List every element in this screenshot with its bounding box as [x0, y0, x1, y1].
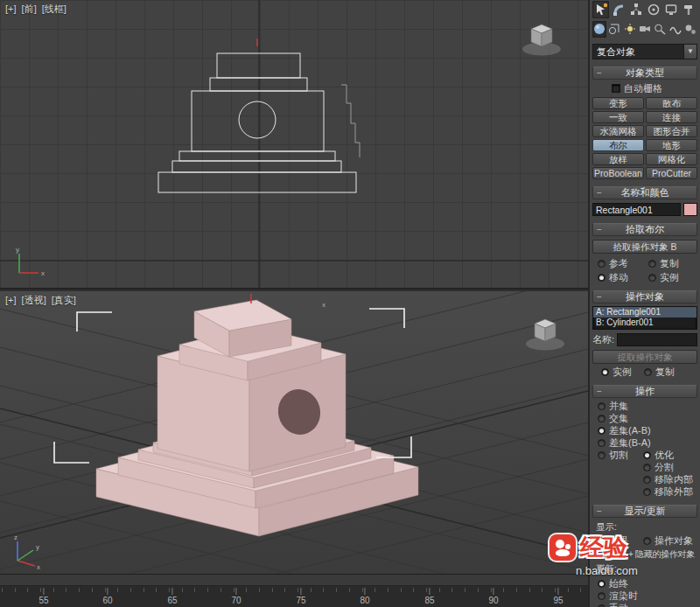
subtract-ab-radio[interactable]: 差集(A-B) [598, 425, 697, 436]
operation-group-header[interactable]: − 操作 [592, 385, 697, 398]
subtract-ba-radio[interactable]: 差集(B-A) [598, 437, 697, 449]
boolean-object-wireframe[interactable] [158, 53, 356, 192]
operand-a-item[interactable]: A: Rectangle001 [593, 307, 696, 317]
modify-tab[interactable] [610, 1, 626, 18]
manual-radio[interactable]: 手动 [598, 603, 697, 607]
time-slider-track[interactable] [0, 575, 588, 586]
geometry-category-icon[interactable] [592, 21, 606, 38]
when-rendering-radio[interactable]: 渲染时 [598, 590, 697, 602]
display-tab[interactable] [663, 1, 680, 18]
ruler-tick: 85 [424, 588, 434, 605]
group-title: 操作 [635, 386, 654, 396]
svg-text:x: x [41, 269, 45, 277]
extract-copy-radio[interactable]: 复制 [644, 366, 675, 378]
copy-radio[interactable]: 复制 [648, 258, 697, 269]
mesher-button[interactable]: 网格化 [646, 153, 697, 165]
max-window: [+] [前] [线框] [0, 0, 700, 607]
proboolean-button[interactable]: ProBoolean [592, 167, 644, 179]
watermark: 经验 n.baidu.com [550, 532, 700, 577]
create-category-row [592, 19, 697, 38]
command-panel-tabs [592, 0, 697, 19]
viewport-shading-menu[interactable]: [线框] [42, 3, 66, 14]
viewport-menu-button[interactable]: [+] [5, 3, 17, 14]
shapemerge-button[interactable]: 图形合并 [646, 125, 697, 137]
morph-button[interactable]: 变形 [592, 97, 644, 109]
intersection-radio[interactable]: 交集 [598, 413, 697, 424]
terrain-button[interactable]: 地形 [646, 139, 697, 151]
pick-operand-b-button[interactable]: 拾取操作对象 B [592, 240, 697, 254]
object-name-field[interactable] [592, 203, 681, 216]
operands-group-header[interactable]: − 操作对象 [592, 290, 697, 304]
viewport-view-menu[interactable]: [前] [22, 3, 37, 14]
extract-operand-button[interactable]: 提取操作对象 [592, 350, 697, 364]
union-radio[interactable]: 并集 [598, 401, 697, 412]
move-radio[interactable]: 移动 [598, 272, 648, 283]
svg-text:x: x [37, 563, 40, 571]
rollout-name-color[interactable]: − 名称和颜色 [592, 186, 697, 199]
track-bar[interactable]: 55 60 65 70 75 80 85 90 95 [0, 574, 588, 607]
cut-radio[interactable]: 切割 [598, 450, 643, 461]
utilities-tab[interactable] [681, 1, 697, 18]
cameras-category-icon[interactable] [638, 21, 652, 38]
loft-button[interactable]: 放样 [592, 153, 644, 165]
remove-inside-radio[interactable]: 移除内部 [643, 474, 697, 485]
lights-category-icon[interactable] [623, 21, 637, 38]
remove-outside-radio[interactable]: 移除外部 [643, 486, 697, 498]
refine-radio[interactable]: 优化 [643, 450, 674, 461]
blobmesh-button[interactable]: 水滴网格 [592, 125, 644, 137]
create-tab[interactable] [592, 1, 609, 18]
split-radio[interactable]: 分割 [643, 462, 697, 473]
perspective-canvas: x z x y [0, 291, 588, 574]
scatter-button[interactable]: 散布 [646, 97, 697, 109]
operand-name-label: 名称: [592, 333, 614, 346]
operand-name-field[interactable] [617, 333, 697, 346]
extract-instance-radio[interactable]: 实例 [601, 366, 632, 378]
viewport-view-menu[interactable]: [透视] [22, 295, 46, 305]
boolean-model[interactable] [96, 300, 418, 536]
reference-radio[interactable]: 参考 [598, 258, 648, 269]
viewcube[interactable] [522, 24, 561, 56]
collapse-icon: − [597, 386, 602, 397]
ruler-minor-ticks [2, 588, 588, 592]
boolean-button[interactable]: 布尔 [592, 139, 644, 151]
operands-list[interactable]: A: Rectangle001 B: Cylinder001 [592, 306, 697, 330]
axis-tripod-front: y x [16, 246, 45, 277]
collapse-icon: − [597, 187, 602, 199]
viewport-shading-menu[interactable]: [真实] [52, 295, 76, 305]
rollout-title: 拾取布尔 [626, 224, 664, 234]
category-dropdown[interactable]: 复合对象 ▼ [592, 44, 697, 59]
instance-radio[interactable]: 实例 [648, 272, 697, 283]
rollout-object-type[interactable]: − 对象类型 [592, 66, 697, 80]
pick-boolean-options: 参考 复制 移动 实例 [592, 258, 697, 283]
rollout-pick-boolean[interactable]: − 拾取布尔 [592, 223, 697, 236]
connect-button[interactable]: 连接 [646, 111, 697, 123]
viewport-perspective[interactable]: [+] [透视] [真实] [0, 291, 588, 574]
chevron-down-icon[interactable]: ▼ [683, 45, 696, 59]
always-radio[interactable]: 始终 [598, 578, 697, 590]
helpers-category-icon[interactable] [653, 21, 667, 38]
watermark-url: n.baidu.com [576, 564, 700, 577]
autogrid-checkbox[interactable] [612, 84, 620, 93]
svg-text:y: y [36, 543, 39, 551]
viewport-front[interactable]: [+] [前] [线框] [0, 0, 588, 290]
shapes-category-icon[interactable] [607, 21, 621, 38]
axis-tripod-perspective: z x y [14, 534, 40, 571]
operand-b-item[interactable]: B: Cylinder001 [593, 317, 696, 328]
rollout-title: 名称和颜色 [621, 187, 669, 198]
rollout-display-update[interactable]: − 显示/更新 [592, 505, 697, 518]
timeline-ruler[interactable]: 55 60 65 70 75 80 85 90 95 [0, 586, 588, 607]
motion-tab[interactable] [646, 1, 662, 18]
viewcube[interactable] [526, 319, 564, 351]
conform-button[interactable]: 一致 [592, 111, 644, 123]
svg-text:y: y [16, 246, 19, 254]
systems-category-icon[interactable] [683, 21, 697, 38]
ruler-tick: 80 [360, 588, 369, 605]
object-color-swatch[interactable] [683, 203, 697, 216]
gizmo-x-label: x [322, 301, 326, 309]
spacewarps-category-icon[interactable] [668, 21, 682, 38]
rollout-title: 显示/更新 [624, 506, 665, 516]
viewport-menu-button[interactable]: [+] [5, 295, 17, 305]
hierarchy-tab[interactable] [627, 1, 644, 18]
autogrid-row[interactable]: 自动栅格 [592, 82, 697, 94]
procutter-button[interactable]: ProCutter [646, 167, 697, 179]
